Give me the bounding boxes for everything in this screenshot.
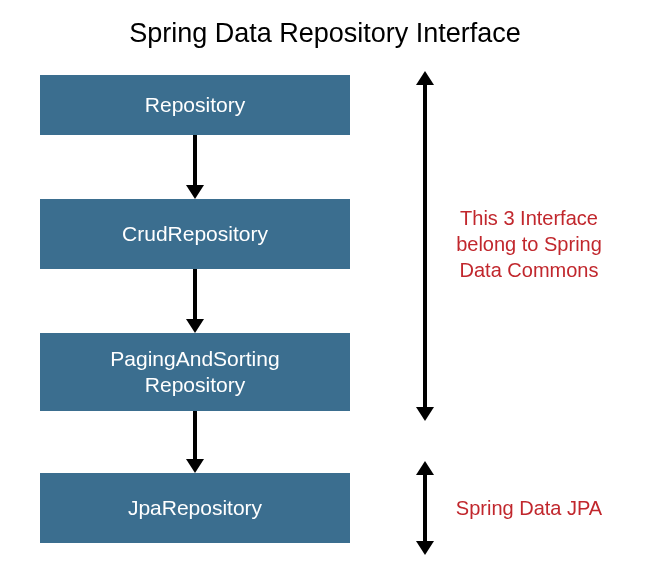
annotation-commons-line1: This 3 Interface: [444, 205, 614, 231]
bracket-arrow-icon: [420, 83, 430, 411]
arrow-down-icon: [190, 411, 200, 473]
box-repository-label: Repository: [145, 92, 245, 118]
annotation-commons-line2: belong to Spring: [444, 231, 614, 257]
annotation-commons-line3: Data Commons: [444, 257, 614, 283]
annotation-jpa-text: Spring Data JPA: [456, 497, 602, 519]
paging-line1: PagingAndSorting: [110, 346, 279, 372]
box-jparepository-label: JpaRepository: [128, 495, 262, 521]
box-pagingandsorting-label: PagingAndSorting Repository: [110, 346, 279, 399]
box-jparepository: JpaRepository: [40, 473, 350, 543]
box-pagingandsorting: PagingAndSorting Repository: [40, 333, 350, 411]
arrow-down-icon: [190, 269, 200, 333]
annotation-jpa: Spring Data JPA: [444, 495, 614, 521]
diagram-canvas: Repository CrudRepository PagingAndSorti…: [40, 75, 610, 555]
box-crudrepository: CrudRepository: [40, 199, 350, 269]
paging-line2: Repository: [110, 372, 279, 398]
diagram-title: Spring Data Repository Interface: [0, 0, 650, 59]
bracket-arrow-icon: [420, 473, 430, 545]
annotation-commons: This 3 Interface belong to Spring Data C…: [444, 205, 614, 283]
box-repository: Repository: [40, 75, 350, 135]
box-crudrepository-label: CrudRepository: [122, 221, 268, 247]
arrow-down-icon: [190, 135, 200, 199]
